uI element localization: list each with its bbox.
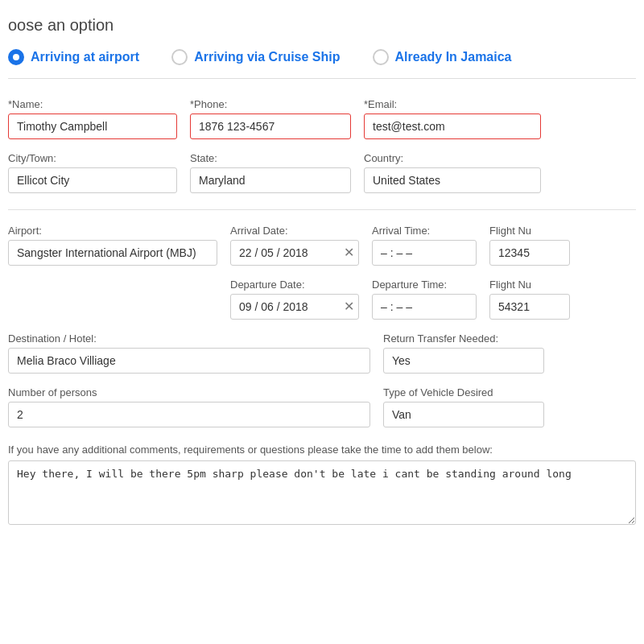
flight-num-arrival-input[interactable] bbox=[489, 240, 570, 266]
arrival-date-label: Arrival Date: bbox=[230, 225, 359, 237]
row-departure: Departure Date: ✕ Departure Time: Flight… bbox=[8, 279, 636, 320]
num-persons-label: Number of persons bbox=[8, 386, 370, 398]
email-input[interactable] bbox=[364, 114, 541, 139]
arrival-time-label: Arrival Time: bbox=[372, 225, 477, 237]
comments-label: If you have any additional comments, req… bbox=[8, 444, 636, 456]
country-label: Country: bbox=[364, 152, 541, 164]
departure-time-label: Departure Time: bbox=[372, 279, 477, 291]
country-select[interactable]: United States bbox=[364, 167, 541, 193]
divider-1 bbox=[8, 209, 636, 210]
destination-select[interactable]: Melia Braco Villiage bbox=[8, 348, 370, 374]
row-persons-vehicle: Number of persons Type of Vehicle Desire… bbox=[8, 386, 636, 427]
flight-num-arrival-group: Flight Nu bbox=[489, 225, 570, 266]
radio-option-cruise[interactable]: Arriving via Cruise Ship bbox=[171, 49, 340, 65]
departure-time-input[interactable] bbox=[372, 294, 477, 320]
travel-info-section: Airport: Sangster International Airport … bbox=[8, 225, 636, 427]
return-transfer-input[interactable] bbox=[383, 348, 544, 374]
radio-option-jamaica[interactable]: Already In Jamaica bbox=[373, 49, 512, 65]
flight-num-departure-label: Flight Nu bbox=[489, 279, 570, 291]
phone-input[interactable] bbox=[190, 114, 351, 139]
country-group: Country: United States bbox=[364, 152, 541, 193]
vehicle-type-group: Type of Vehicle Desired bbox=[383, 386, 544, 427]
num-persons-input[interactable] bbox=[8, 402, 370, 427]
departure-date-group: Departure Date: ✕ bbox=[230, 279, 359, 320]
radio-group: Arriving at airport Arriving via Cruise … bbox=[8, 49, 636, 79]
name-label: *Name: bbox=[8, 98, 177, 110]
arrival-date-clear-button[interactable]: ✕ bbox=[344, 246, 354, 259]
city-group: City/Town: bbox=[8, 152, 177, 193]
num-persons-group: Number of persons bbox=[8, 386, 370, 427]
radio-label-airport: Arriving at airport bbox=[31, 50, 139, 64]
radio-label-cruise: Arriving via Cruise Ship bbox=[194, 50, 340, 64]
row-name-phone-email: *Name: *Phone: *Email: bbox=[8, 98, 636, 139]
airport-select[interactable]: Sangster International Airport (MBJ) bbox=[8, 240, 217, 266]
phone-group: *Phone: bbox=[190, 98, 351, 139]
departure-date-input[interactable] bbox=[230, 294, 359, 320]
radio-circle-cruise[interactable] bbox=[171, 49, 188, 65]
radio-circle-airport[interactable] bbox=[8, 49, 24, 65]
radio-circle-jamaica[interactable] bbox=[373, 49, 389, 65]
section-title: oose an option bbox=[8, 16, 636, 35]
arrival-date-wrapper: ✕ bbox=[230, 240, 359, 266]
flight-num-arrival-label: Flight Nu bbox=[489, 225, 570, 237]
destination-label: Destination / Hotel: bbox=[8, 332, 370, 345]
name-input[interactable] bbox=[8, 114, 177, 139]
airport-label: Airport: bbox=[8, 225, 217, 237]
departure-date-clear-button[interactable]: ✕ bbox=[344, 300, 354, 313]
page-container: oose an option Arriving at airport Arriv… bbox=[0, 0, 644, 535]
arrival-time-input[interactable] bbox=[372, 240, 477, 266]
state-label: State: bbox=[190, 152, 351, 164]
arrival-date-group: Arrival Date: ✕ bbox=[230, 225, 359, 266]
return-transfer-group: Return Transfer Needed: bbox=[383, 332, 544, 374]
arrival-date-input[interactable] bbox=[230, 240, 359, 266]
airport-group: Airport: Sangster International Airport … bbox=[8, 225, 217, 266]
personal-info-section: *Name: *Phone: *Email: City/Town: State: bbox=[8, 98, 636, 193]
email-group: *Email: bbox=[364, 98, 541, 139]
row-destination-return: Destination / Hotel: Melia Braco Villiag… bbox=[8, 332, 636, 374]
comments-section: If you have any additional comments, req… bbox=[8, 444, 636, 527]
radio-option-airport[interactable]: Arriving at airport bbox=[8, 49, 139, 65]
state-group: State: bbox=[190, 152, 351, 193]
state-input[interactable] bbox=[190, 167, 351, 193]
departure-time-group: Departure Time: bbox=[372, 279, 477, 320]
phone-label: *Phone: bbox=[190, 98, 351, 110]
row-airport-arrival: Airport: Sangster International Airport … bbox=[8, 225, 636, 266]
arrival-time-group: Arrival Time: bbox=[372, 225, 477, 266]
vehicle-type-label: Type of Vehicle Desired bbox=[383, 386, 544, 398]
city-input[interactable] bbox=[8, 167, 177, 193]
name-group: *Name: bbox=[8, 98, 177, 139]
email-label: *Email: bbox=[364, 98, 541, 110]
radio-label-jamaica: Already In Jamaica bbox=[395, 50, 512, 64]
return-transfer-label: Return Transfer Needed: bbox=[383, 332, 544, 345]
destination-group: Destination / Hotel: Melia Braco Villiag… bbox=[8, 332, 370, 374]
flight-num-departure-group: Flight Nu bbox=[489, 279, 570, 320]
vehicle-type-input[interactable] bbox=[383, 402, 544, 427]
departure-date-wrapper: ✕ bbox=[230, 294, 359, 320]
departure-date-label: Departure Date: bbox=[230, 279, 359, 291]
comments-textarea[interactable]: Hey there, I will be there 5pm sharp ple… bbox=[8, 460, 636, 525]
city-label: City/Town: bbox=[8, 152, 177, 164]
flight-num-departure-input[interactable] bbox=[489, 294, 570, 320]
row-city-state-country: City/Town: State: Country: United States bbox=[8, 152, 636, 193]
